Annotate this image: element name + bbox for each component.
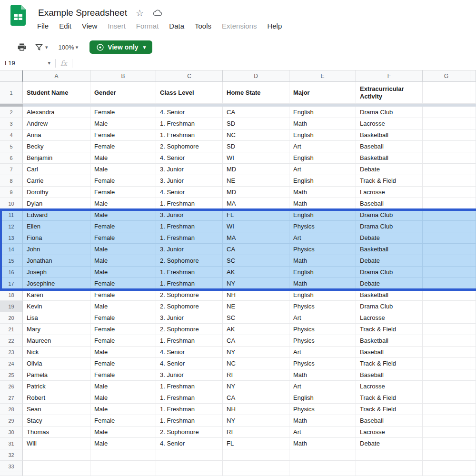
cell[interactable] <box>470 232 476 244</box>
cell[interactable] <box>423 221 470 232</box>
cell[interactable]: NC <box>223 129 289 141</box>
cell[interactable]: 1. Freshman <box>156 404 223 415</box>
cell[interactable]: NY <box>223 381 289 392</box>
cell[interactable] <box>470 129 476 141</box>
cell[interactable]: 4. Senior <box>156 187 223 198</box>
cell[interactable]: Female <box>90 289 156 301</box>
column-header-c[interactable]: C <box>156 70 223 82</box>
cell[interactable]: RI <box>223 369 289 381</box>
cell[interactable]: Physics <box>289 404 356 415</box>
print-icon[interactable] <box>17 42 27 52</box>
cell[interactable]: RI <box>223 426 289 438</box>
cell[interactable]: Debate <box>356 438 423 449</box>
cell[interactable]: Basketball <box>356 335 423 347</box>
cell[interactable]: Basketball <box>356 129 423 141</box>
cell[interactable]: Debate <box>356 164 423 175</box>
cell[interactable] <box>470 209 476 221</box>
zoom-control[interactable]: 100% ▾ <box>56 44 79 51</box>
cell[interactable] <box>423 438 470 449</box>
cell[interactable] <box>356 461 423 472</box>
cell[interactable]: Female <box>90 415 156 426</box>
row-header-21[interactable]: 21 <box>0 324 23 335</box>
cell[interactable]: Female <box>90 187 156 198</box>
menu-tools[interactable]: Tools <box>195 22 211 30</box>
cell[interactable] <box>423 324 470 335</box>
cell[interactable] <box>470 381 476 392</box>
cell[interactable]: Physics <box>289 244 356 255</box>
cell[interactable]: 1. Freshman <box>156 232 223 244</box>
cell[interactable] <box>423 244 470 255</box>
cell[interactable]: 3. Junior <box>156 244 223 255</box>
cell[interactable]: NE <box>223 175 289 187</box>
cell[interactable]: FL <box>223 209 289 221</box>
cell[interactable]: Male <box>90 164 156 175</box>
cell[interactable]: Math <box>289 118 356 129</box>
cell[interactable]: Debate <box>356 278 423 289</box>
cell[interactable]: Male <box>90 244 156 255</box>
cell[interactable]: Art <box>289 381 356 392</box>
cell[interactable]: Carrie <box>23 175 90 187</box>
cell[interactable]: SC <box>223 312 289 324</box>
cell[interactable]: Math <box>289 198 356 209</box>
row-header-16[interactable]: 16 <box>0 267 23 278</box>
cell[interactable]: Physics <box>289 221 356 232</box>
cloud-saved-icon[interactable] <box>152 8 163 18</box>
cell[interactable]: English <box>289 289 356 301</box>
cell[interactable]: MD <box>223 187 289 198</box>
cell[interactable]: Home State <box>223 82 289 104</box>
cell[interactable]: Female <box>90 141 156 152</box>
cell[interactable]: Track & Field <box>356 392 423 404</box>
cell[interactable]: 4. Senior <box>156 152 223 164</box>
cell[interactable]: Male <box>90 118 156 129</box>
cell[interactable]: Female <box>90 232 156 244</box>
cell[interactable]: Female <box>90 369 156 381</box>
cell[interactable]: CA <box>223 244 289 255</box>
cell[interactable]: NH <box>223 289 289 301</box>
cell[interactable]: Track & Field <box>356 324 423 335</box>
cell[interactable]: Baseball <box>356 198 423 209</box>
cell[interactable]: Student Name <box>23 82 90 104</box>
cell[interactable]: Dorothy <box>23 187 90 198</box>
cell[interactable] <box>470 312 476 324</box>
cell[interactable]: Becky <box>23 141 90 152</box>
cell[interactable]: Track & Field <box>356 358 423 369</box>
cell[interactable]: Male <box>90 209 156 221</box>
cell[interactable]: MD <box>223 164 289 175</box>
cell[interactable] <box>289 461 356 472</box>
row-header-32[interactable]: 32 <box>0 449 23 461</box>
row-header-8[interactable]: 8 <box>0 175 23 187</box>
row-header-3[interactable]: 3 <box>0 118 23 129</box>
cell[interactable]: 4. Senior <box>156 438 223 449</box>
cell[interactable]: Major <box>289 82 356 104</box>
cell[interactable]: Olivia <box>23 358 90 369</box>
cell[interactable]: Track & Field <box>356 404 423 415</box>
cell[interactable]: Nick <box>23 347 90 358</box>
cell[interactable] <box>423 107 470 118</box>
cell[interactable] <box>423 312 470 324</box>
cell[interactable]: Track & Field <box>356 175 423 187</box>
cell[interactable]: English <box>289 392 356 404</box>
cell[interactable]: Art <box>289 164 356 175</box>
row-header-28[interactable]: 28 <box>0 404 23 415</box>
row-header-24[interactable]: 24 <box>0 358 23 369</box>
cell[interactable]: Will <box>23 438 90 449</box>
row-header-14[interactable]: 14 <box>0 244 23 255</box>
cell[interactable] <box>423 358 470 369</box>
cell[interactable]: Andrew <box>23 118 90 129</box>
cell[interactable]: Math <box>289 255 356 267</box>
cell[interactable]: SD <box>223 141 289 152</box>
cell[interactable]: Extracurricular Activity <box>356 82 423 104</box>
cell[interactable]: Mary <box>23 324 90 335</box>
cell[interactable] <box>423 335 470 347</box>
cell[interactable]: Patrick <box>23 381 90 392</box>
cell[interactable]: Female <box>90 312 156 324</box>
cell[interactable]: Female <box>90 107 156 118</box>
cell[interactable]: Baseball <box>356 369 423 381</box>
cell[interactable]: Drama Club <box>356 301 423 312</box>
row-header-20[interactable]: 20 <box>0 312 23 324</box>
cell[interactable]: 2. Sophomore <box>156 289 223 301</box>
cell[interactable]: Lacrosse <box>356 187 423 198</box>
cell[interactable]: Male <box>90 438 156 449</box>
cell[interactable]: Gender <box>90 82 156 104</box>
cell[interactable] <box>470 152 476 164</box>
